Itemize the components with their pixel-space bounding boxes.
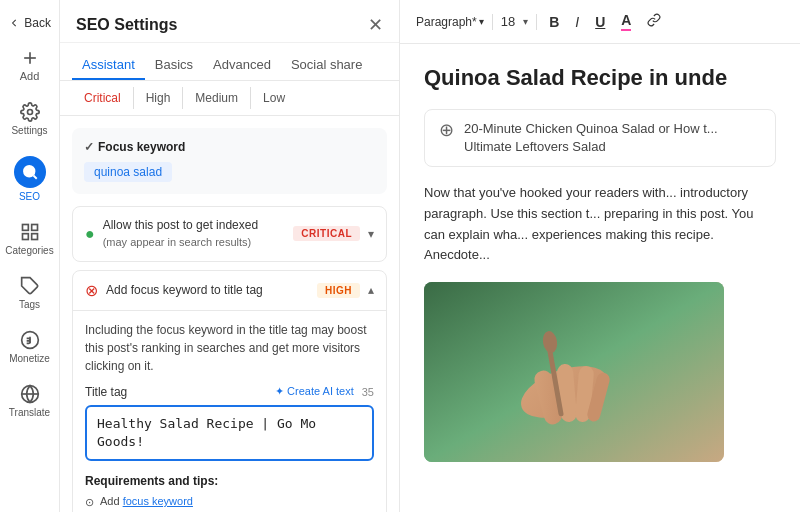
checkmark-icon: ✓ — [84, 140, 94, 154]
link-icon — [647, 13, 661, 27]
article-image-svg — [424, 282, 724, 462]
seo-panel: SEO Settings ✕ Assistant Basics Advanced… — [60, 0, 400, 512]
sidebar-item-categories[interactable]: Categories — [0, 214, 59, 264]
add-button[interactable]: Add — [16, 40, 44, 90]
badge-high: HIGH — [317, 283, 360, 298]
underline-button[interactable]: U — [591, 12, 609, 32]
article-image — [424, 282, 724, 462]
seo-item-index: ● Allow this post to get indexed (may ap… — [72, 206, 387, 262]
tags-icon — [20, 276, 40, 296]
seo-item-index-text: Allow this post to get indexed (may appe… — [103, 217, 258, 251]
status-warn-icon: ⊗ — [85, 281, 98, 300]
seo-panel-header: SEO Settings ✕ — [60, 0, 399, 43]
title-tag-text: Title tag — [85, 385, 127, 399]
svg-rect-6 — [31, 225, 37, 231]
focus-keyword-card: ✓ Focus keyword quinoa salad — [72, 128, 387, 194]
sidebar-item-translate[interactable]: Translate — [0, 376, 59, 426]
translate-label: Translate — [9, 407, 50, 418]
categories-label: Categories — [5, 245, 53, 256]
seo-icon-circle — [14, 156, 46, 188]
article-body[interactable]: Now that you've hooked your readers with… — [424, 183, 776, 266]
title-tag-label-row: Title tag ✦ Create AI text 35 — [85, 385, 374, 399]
svg-rect-5 — [22, 225, 28, 231]
svg-point-3 — [24, 166, 35, 177]
search-icon — [21, 163, 39, 181]
req-text-0: Add focus keyword — [100, 494, 193, 509]
text-color-icon: A — [621, 12, 631, 28]
tab-advanced[interactable]: Advanced — [203, 51, 281, 80]
add-label: Add — [20, 70, 40, 82]
tags-label: Tags — [19, 299, 40, 310]
suggestion-text: 20-Minute Chicken Quinoa Salad or How t.… — [464, 120, 761, 156]
svg-line-4 — [33, 175, 36, 178]
badge-critical: CRITICAL — [293, 226, 360, 241]
requirements-title: Requirements and tips: — [85, 474, 374, 488]
back-label: Back — [24, 16, 51, 30]
translate-icon — [20, 384, 40, 404]
font-size-value[interactable]: 18 — [501, 14, 515, 29]
paragraph-select[interactable]: Paragraph* ▾ — [416, 15, 484, 29]
chevron-up-icon: ▴ — [368, 283, 374, 297]
char-count: 35 — [362, 386, 374, 398]
seo-item-title-expanded: Including the focus keyword in the title… — [73, 310, 386, 512]
seo-item-title-left: ⊗ Add focus keyword to title tag — [85, 281, 263, 300]
create-ai-button[interactable]: ✦ Create AI text — [275, 385, 354, 398]
link-button[interactable] — [643, 11, 665, 32]
requirements-section: Requirements and tips: ⊙ Add focus keywo… — [85, 474, 374, 512]
seo-tabs: Assistant Basics Advanced Social share — [60, 43, 399, 81]
font-size-chevron-icon: ▾ — [523, 16, 528, 27]
chevron-down-icon: ▾ — [368, 227, 374, 241]
seo-item-title-text: Add focus keyword to title tag — [106, 282, 263, 299]
back-arrow-icon — [8, 16, 20, 30]
gear-icon — [20, 102, 40, 122]
article-suggestion[interactable]: ⊕ 20-Minute Chicken Quinoa Salad or How … — [424, 109, 776, 167]
seo-item-title-tag-header[interactable]: ⊗ Add focus keyword to title tag HIGH ▴ — [73, 271, 386, 310]
req-circle-icon: ⊙ — [85, 495, 94, 510]
tab-assistant[interactable]: Assistant — [72, 51, 145, 80]
seo-item-description: Including the focus keyword in the title… — [85, 321, 374, 375]
svg-rect-8 — [31, 234, 37, 240]
req-item-0: ⊙ Add focus keyword — [85, 494, 374, 510]
bold-button[interactable]: B — [545, 12, 563, 32]
settings-label: Settings — [11, 125, 47, 136]
paragraph-chevron-icon: ▾ — [479, 16, 484, 27]
sidebar-item-seo[interactable]: SEO — [0, 148, 59, 210]
status-ok-icon: ● — [85, 225, 95, 243]
toolbar-divider-2 — [536, 14, 537, 30]
seo-item-index-right: CRITICAL ▾ — [293, 226, 374, 241]
content-area: Paragraph* ▾ 18 ▾ B I U A Quinoa Salad R… — [400, 0, 800, 512]
italic-button[interactable]: I — [571, 12, 583, 32]
sidebar-item-monetize[interactable]: Monetize — [0, 322, 59, 372]
seo-item-index-header[interactable]: ● Allow this post to get indexed (may ap… — [73, 207, 386, 261]
left-sidebar: Back Add Settings SEO Categories Tags — [0, 0, 60, 512]
keyword-chip[interactable]: quinoa salad — [84, 162, 172, 182]
priority-critical[interactable]: Critical — [72, 87, 134, 109]
seo-panel-title: SEO Settings — [76, 16, 177, 34]
plus-icon — [20, 48, 40, 68]
priority-medium[interactable]: Medium — [183, 87, 251, 109]
text-color-button[interactable]: A — [617, 10, 635, 33]
editor-content: Quinoa Salad Recipe in unde ⊕ 20-Minute … — [400, 44, 800, 482]
sidebar-item-tags[interactable]: Tags — [0, 268, 59, 318]
focus-keyword-link[interactable]: focus keyword — [123, 495, 193, 507]
seo-label: SEO — [19, 191, 40, 202]
monetize-label: Monetize — [9, 353, 50, 364]
toolbar-divider-1 — [492, 14, 493, 30]
back-button[interactable]: Back — [0, 10, 59, 36]
focus-keyword-label: ✓ Focus keyword — [84, 140, 375, 154]
svg-rect-7 — [22, 234, 28, 240]
tab-social-share[interactable]: Social share — [281, 51, 373, 80]
seo-close-button[interactable]: ✕ — [368, 16, 383, 34]
title-tag-input[interactable]: Healthy Salad Recipe | Go Mo Goods! — [85, 405, 374, 461]
seo-item-title-tag: ⊗ Add focus keyword to title tag HIGH ▴ … — [72, 270, 387, 512]
tab-basics[interactable]: Basics — [145, 51, 203, 80]
svg-point-2 — [27, 110, 32, 115]
priority-high[interactable]: High — [134, 87, 184, 109]
priority-low[interactable]: Low — [251, 87, 297, 109]
title-tag-actions: ✦ Create AI text 35 — [275, 385, 374, 398]
article-title[interactable]: Quinoa Salad Recipe in unde — [424, 64, 776, 93]
seo-panel-body: ✓ Focus keyword quinoa salad ● Allow thi… — [60, 116, 399, 512]
seo-item-title-right: HIGH ▴ — [317, 283, 374, 298]
sidebar-item-settings[interactable]: Settings — [0, 94, 59, 144]
priority-tabs: Critical High Medium Low — [60, 81, 399, 116]
